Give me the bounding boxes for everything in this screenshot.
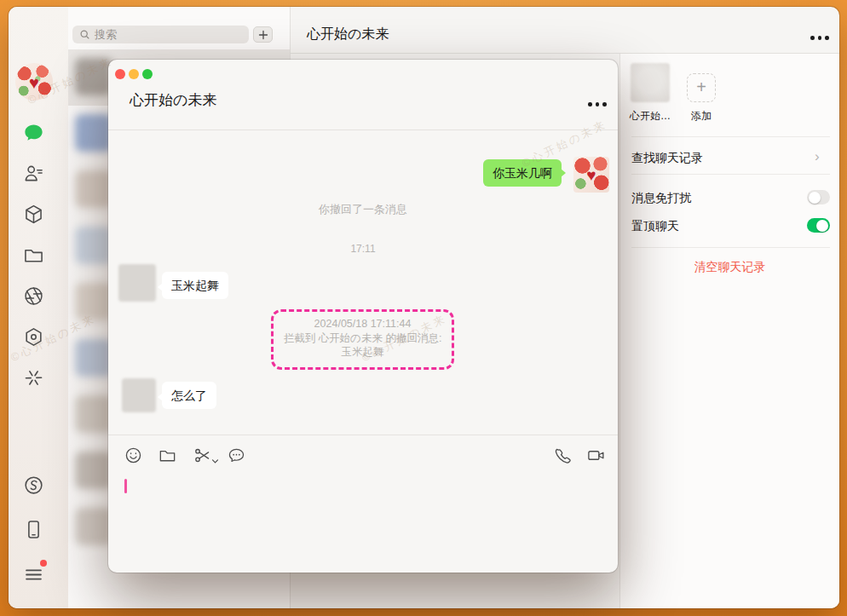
minimize-button[interactable]: [129, 69, 139, 79]
find-history-label[interactable]: 查找聊天记录: [631, 151, 703, 166]
add-member-button[interactable]: +: [687, 73, 716, 102]
blurred-avatar: [75, 114, 112, 152]
new-chat-button[interactable]: [253, 26, 273, 43]
my-avatar[interactable]: ♥: [15, 63, 53, 101]
divider: [631, 174, 830, 175]
clear-history-button[interactable]: 清空聊天记录: [620, 260, 839, 275]
channels-s-icon: [22, 474, 45, 497]
emoji-icon: [124, 446, 143, 465]
contacts-icon: [22, 162, 45, 185]
message-bubble-incoming[interactable]: 玉米起舞: [162, 272, 228, 299]
sidebar-item-files[interactable]: [21, 243, 45, 267]
chat-bubble-icon: [22, 122, 45, 145]
folder-icon: [158, 446, 177, 465]
screenshot-button[interactable]: [193, 446, 212, 465]
sidebar-item-channels[interactable]: [21, 473, 45, 497]
member-avatar[interactable]: [631, 63, 670, 102]
divider: [631, 136, 830, 137]
phone-call-icon: [552, 446, 572, 465]
heart-decoration: ♥: [15, 74, 53, 91]
blurred-avatar: [75, 339, 112, 377]
blurred-avatar: [75, 395, 112, 433]
chat-popup-window: 心开始の未来 17:06 你玉米几啊 ♥ 你撤回了一条消息 17:11 玉米起舞…: [108, 60, 618, 573]
chevron-right-icon[interactable]: ›: [815, 151, 820, 163]
screenshot-options-chevron[interactable]: [211, 452, 219, 458]
navigation-sidebar: ♥: [9, 7, 68, 608]
moments-aperture-icon: [22, 285, 45, 308]
blurred-avatar: [75, 170, 112, 208]
sidebar-item-contacts[interactable]: [21, 161, 45, 185]
pin-toggle[interactable]: [807, 218, 830, 233]
plus-icon: [258, 30, 268, 40]
close-button[interactable]: [115, 69, 125, 79]
chat-history-button[interactable]: [227, 446, 246, 465]
scissors-icon: [193, 446, 212, 465]
blurred-avatar: [75, 508, 112, 545]
timestamp: 17:06: [108, 130, 618, 133]
peer-avatar[interactable]: [122, 378, 156, 412]
blurred-avatar: [75, 452, 112, 489]
incoming-message-row: 怎么了: [122, 378, 216, 412]
collections-cube-icon: [22, 203, 45, 226]
message-bubble-incoming[interactable]: 怎么了: [162, 382, 216, 409]
sidebar-item-miniprogram[interactable]: [21, 325, 45, 348]
intercept-line: 拦截到 心开始の未来 的撤回消息:: [274, 331, 452, 346]
my-chat-avatar[interactable]: ♥: [573, 157, 609, 193]
blurred-avatar: [75, 227, 112, 264]
video-camera-icon: [586, 446, 606, 465]
popup-chat-title: 心开始の未来: [130, 90, 216, 110]
toolbar-divider: [108, 435, 618, 435]
add-member-label: 添加: [687, 109, 716, 124]
popup-more-button[interactable]: [588, 102, 607, 107]
pin-label: 置顶聊天: [631, 219, 679, 234]
chat-title: 心开始の未来: [307, 26, 389, 43]
video-call-button[interactable]: [586, 446, 606, 465]
blurred-avatar: [75, 58, 112, 95]
emoji-button[interactable]: [124, 446, 143, 465]
search-placeholder: 搜索: [95, 27, 117, 43]
timestamp: 17:11: [108, 243, 618, 255]
message-bubble-outgoing[interactable]: 你玉米几啊: [483, 159, 562, 187]
sidebar-item-collections[interactable]: [21, 202, 45, 226]
chat-more-button[interactable]: [810, 36, 829, 40]
voice-call-button[interactable]: [552, 446, 572, 465]
desktop: ♥: [0, 0, 847, 616]
incoming-message-row: 玉米起舞: [118, 264, 228, 302]
send-file-button[interactable]: [158, 446, 177, 465]
sidebar-item-menu[interactable]: [21, 562, 45, 586]
peer-avatar[interactable]: [118, 264, 156, 302]
mobile-phone-icon: [22, 518, 45, 541]
miniprogram-hex-icon: [22, 325, 45, 348]
blurred-avatar: [75, 283, 112, 320]
intercept-content: 玉米起舞: [274, 345, 452, 360]
notification-badge: [40, 560, 47, 567]
chevron-down-icon: [211, 458, 219, 464]
sidebar-item-chats[interactable]: [21, 121, 45, 145]
text-input-caret[interactable]: [124, 479, 127, 493]
mute-toggle[interactable]: [807, 190, 830, 204]
search-input[interactable]: 搜索: [72, 26, 249, 43]
outgoing-message-row: 你玉米几啊 ♥: [483, 157, 609, 193]
recall-intercept-box: 2024/05/18 17:11:44 拦截到 心开始の未来 的撤回消息: 玉米…: [271, 309, 454, 370]
mute-label: 消息免打扰: [631, 191, 691, 206]
sidebar-item-moments[interactable]: [21, 284, 45, 308]
divider: [631, 247, 830, 248]
sparkle-icon: [22, 366, 45, 389]
sidebar-item-sparkle[interactable]: [21, 366, 45, 389]
sidebar-item-mobile[interactable]: [21, 517, 45, 541]
chat-detail-panel: + 心开始… 添加 查找聊天记录 › 消息免打扰 置顶聊天 清空聊天记录: [620, 54, 839, 608]
heart-decoration: ♥: [573, 166, 609, 185]
zoom-button[interactable]: [142, 69, 153, 79]
intercept-time: 2024/05/18 17:11:44: [274, 317, 452, 331]
recall-notice: 你撤回了一条消息: [108, 202, 618, 217]
message-scroll-area[interactable]: 17:06 你玉米几啊 ♥ 你撤回了一条消息 17:11 玉米起舞 2024/0…: [108, 130, 618, 435]
search-icon: [79, 29, 90, 40]
chat-history-icon: [227, 446, 246, 465]
folder-icon: [22, 244, 45, 267]
member-name: 心开始…: [624, 109, 677, 124]
